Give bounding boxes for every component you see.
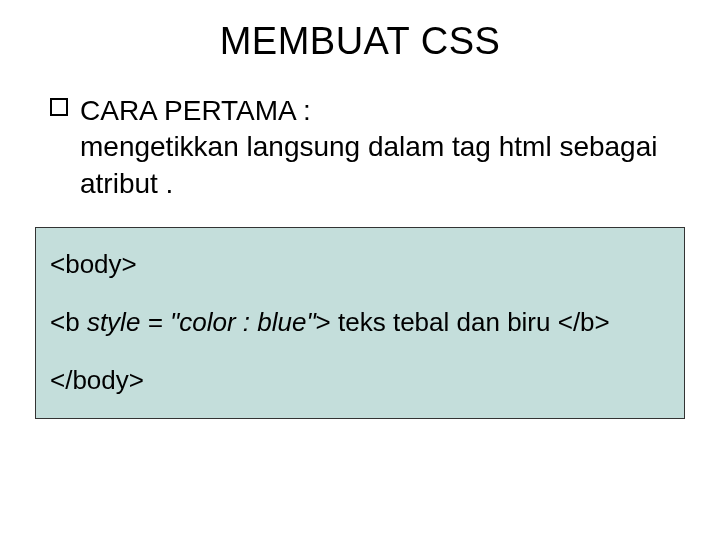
code-line-1: <body>	[50, 250, 670, 280]
slide-title: MEMBUAT CSS	[0, 0, 720, 63]
bullet-heading: CARA PERTAMA :	[80, 93, 670, 129]
bullet-description: mengetikkan langsung dalam tag html seba…	[80, 129, 670, 202]
slide-content: CARA PERTAMA : mengetikkan langsung dala…	[0, 63, 720, 202]
bullet-item: CARA PERTAMA : mengetikkan langsung dala…	[50, 93, 670, 202]
code-prefix: <b	[50, 307, 87, 337]
code-line-2: <b style = "color : blue"> teks tebal da…	[50, 308, 670, 338]
code-example-box: <body> <b style = "color : blue"> teks t…	[35, 227, 685, 419]
code-attribute: style = "color : blue"	[87, 307, 316, 337]
code-suffix: > teks tebal dan biru </b>	[316, 307, 610, 337]
square-bullet-icon	[50, 98, 68, 116]
code-line-3: </body>	[50, 366, 670, 396]
